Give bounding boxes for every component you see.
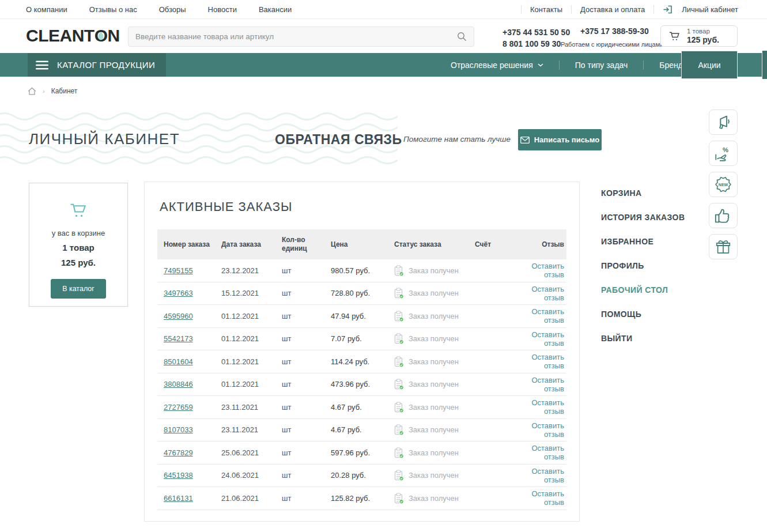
order-status: Заказ получен [388,356,468,367]
table-row: 4767829 25.06.2021 шт 597.96 руб. Заказ … [157,442,566,465]
clipboard-status-icon [394,265,404,276]
clipboard-status-icon [394,379,404,390]
logo-letter-o: O [95,26,108,46]
leave-review-link[interactable]: Оставить отзыв [531,330,564,348]
order-unit: шт [275,266,324,275]
search-icon[interactable] [457,32,467,41]
divider [571,5,572,14]
leave-review-link[interactable]: Оставить отзыв [531,285,564,302]
clipboard-status-icon [394,333,404,344]
top-link-overviews[interactable]: Обзоры [159,5,186,14]
phone-number[interactable]: 8 801 100 59 30 [502,38,570,50]
search-input[interactable] [135,32,457,41]
gifts-shortcut-button[interactable] [709,234,738,259]
clipboard-status-icon [394,424,404,435]
top-link-account[interactable]: Личный кабинет [682,5,738,14]
leave-review-link[interactable]: Оставить отзыв [531,307,564,325]
top-links: О компании Отзывы о нас Обзоры Новости В… [26,5,292,14]
col-header-price: Цена [324,240,388,249]
nav-item-task-types[interactable]: По типу задач [560,61,644,70]
leave-review-link[interactable]: Оставить отзыв [531,262,564,279]
catalog-button[interactable]: КАТАЛОГ ПРОДУКЦИИ [28,53,166,77]
order-price: 114.24 руб. [324,357,388,366]
order-number-link[interactable]: 6616131 [164,494,193,503]
header-cart-button[interactable]: 1 товар 125 руб. [660,25,738,47]
leave-review-link[interactable]: Оставить отзыв [531,489,564,507]
menu-item-order-history[interactable]: ИСТОРИЯ ЗАКАЗОВ [601,205,685,229]
recommended-shortcut-button[interactable] [709,203,738,228]
order-status: Заказ получен [388,333,468,344]
phone-number[interactable]: +375 44 531 50 50 [502,27,570,38]
col-header-units: Кол-во единиц [275,236,324,253]
order-unit: шт [275,312,324,320]
table-row: 8501604 01.12.2021 шт 114.24 руб. Заказ … [157,350,566,373]
mini-cart-total: 125 руб. [61,258,96,267]
menu-item-profile[interactable]: ПРОФИЛЬ [601,254,685,278]
order-price: 20.28 руб. [324,471,388,480]
order-number-link[interactable]: 3497663 [164,289,193,297]
top-right-links: Контакты Доставка и оплата Личный кабине… [521,5,738,14]
divider [521,5,522,14]
order-number-link[interactable]: 2727659 [164,403,193,412]
cart-icon [668,30,681,42]
order-number-link[interactable]: 8107033 [164,425,193,434]
order-number-link[interactable]: 6451938 [164,471,193,480]
order-price: 728.80 руб. [324,289,388,297]
leave-review-link[interactable]: Оставить отзыв [531,444,564,461]
order-number-link[interactable]: 3808846 [164,380,193,388]
order-price: 7.07 руб. [324,334,388,343]
top-link-contacts[interactable]: Контакты [530,5,562,14]
leave-review-link[interactable]: Оставить отзыв [531,398,564,416]
order-unit: шт [275,448,324,457]
mini-cart-caption: у вас в корзине [52,229,105,237]
menu-item-logout[interactable]: ВЫЙТИ [601,326,685,350]
menu-item-favorites[interactable]: ИЗБРАННОЕ [601,229,685,254]
new-products-shortcut-button[interactable]: NEW [709,172,738,197]
table-row: 2727659 23.11.2021 шт 4.67 руб. Заказ по… [157,396,566,419]
hamburger-icon [36,61,48,70]
col-header-date: Дата заказа [215,240,275,249]
megaphone-icon [714,114,732,131]
order-number-link[interactable]: 5542173 [164,334,193,343]
menu-item-cart[interactable]: КОРЗИНА [601,181,685,205]
order-number-link[interactable]: 4595960 [164,312,193,320]
col-header-invoice: Счёт [468,240,515,249]
breadcrumb: › Кабинет [28,87,77,95]
top-link-news[interactable]: Новости [208,5,237,14]
leave-review-link[interactable]: Оставить отзыв [531,421,564,439]
order-number-link[interactable]: 7495155 [164,266,193,275]
chevron-down-icon [538,63,543,67]
leave-review-link[interactable]: Оставить отзыв [531,376,564,393]
order-number-link[interactable]: 8501604 [164,357,193,366]
top-link-vacancies[interactable]: Вакансии [259,5,292,14]
discount-hand-percent-icon: % [714,145,732,162]
promotions-shortcut-button[interactable] [709,110,738,135]
col-header-review: Отзыв [515,240,568,249]
table-row: 6451938 24.06.2021 шт 20.28 руб. Заказ п… [157,465,566,488]
thumbs-up-icon [714,207,732,224]
order-number-link[interactable]: 4767829 [164,448,193,457]
order-price: 47.94 руб. [324,312,388,320]
order-date: 01.12.2021 [215,357,275,366]
leave-review-link[interactable]: Оставить отзыв [531,353,564,370]
menu-item-help[interactable]: ПОМОЩЬ [601,302,685,326]
home-icon[interactable] [28,87,36,95]
top-link-delivery[interactable]: Доставка и оплата [580,5,645,14]
table-row: 7495155 23.12.2021 шт 980.57 руб. Заказ … [157,259,566,282]
menu-item-dashboard[interactable]: РАБОЧИЙ СТОЛ [601,278,685,302]
write-letter-button[interactable]: Написать письмо [518,129,602,150]
top-link-about[interactable]: О компании [26,5,67,14]
nav-item-industry-solutions[interactable]: Отраслевые решения [435,61,559,70]
nav-item-promotions[interactable]: Акции [681,51,738,79]
discounts-shortcut-button[interactable]: % [709,141,738,166]
order-date: 15.12.2021 [215,289,275,297]
clipboard-status-icon [394,356,404,367]
to-catalog-button[interactable]: В каталог [51,279,106,299]
clipboard-status-icon [394,288,404,299]
leave-review-link[interactable]: Оставить отзыв [531,467,564,484]
logo[interactable]: CLEANTON [26,26,120,46]
top-link-reviews[interactable]: Отзывы о нас [89,5,137,14]
order-unit: шт [275,357,324,366]
phone-number-secondary[interactable]: +375 17 388-59-30 [580,27,649,36]
clipboard-status-icon [394,470,404,481]
